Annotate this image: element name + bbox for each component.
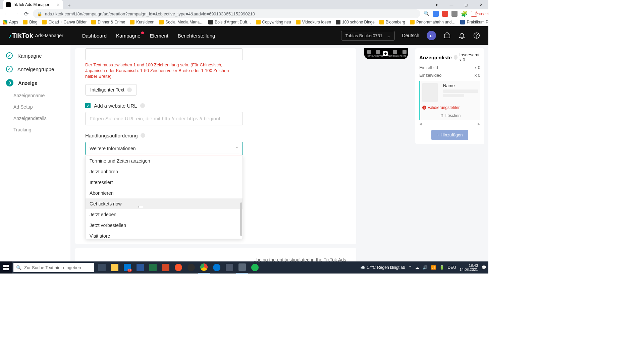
spotify-icon[interactable] — [249, 261, 261, 274]
excel-icon[interactable] — [147, 261, 159, 274]
account-dot[interactable]: ● — [429, 0, 444, 9]
help-icon[interactable] — [473, 32, 480, 39]
zoom-icon[interactable]: 🔍 — [424, 11, 429, 17]
website-url-input[interactable]: Fügen Sie eine URL ein, die mit http:// … — [85, 112, 243, 125]
url-box[interactable]: 🔒 ads.tiktok.com/i18n/campaign/ad/creati… — [33, 9, 420, 18]
word-icon[interactable] — [134, 261, 146, 274]
app-icon[interactable] — [223, 261, 235, 274]
profile-paused-badge[interactable]: Pausiert — [471, 11, 477, 17]
add-ad-button[interactable]: + Hinzufügen — [431, 130, 468, 140]
start-button[interactable] — [0, 261, 12, 274]
bookmark-item[interactable]: Dinner & Crime — [91, 20, 125, 24]
smart-text-button[interactable]: Intelligenter Text — [85, 84, 137, 96]
step-kampagne[interactable]: Kampagne — [0, 49, 70, 62]
volume-icon[interactable]: 🔊 — [423, 265, 428, 270]
ad-preview-item[interactable]: Name !Validierungsfehler 🗑Löschen — [419, 81, 480, 120]
sub-anzeigendetails[interactable]: Anzeigendetails — [0, 113, 70, 124]
phone-nav-bar: Home Discover + Notifications Me — [364, 48, 408, 59]
nav-kampagne[interactable]: Kampagne — [116, 33, 141, 39]
svg-rect-6 — [6, 268, 9, 270]
tiktok-logo[interactable]: ♪TikTokAds-Manager — [8, 32, 63, 40]
reload-button[interactable]: ⟳ — [23, 10, 30, 17]
avatar[interactable]: u — [427, 31, 436, 40]
ext-icon-1[interactable] — [442, 11, 448, 17]
task-view-button[interactable] — [96, 261, 108, 274]
bookmark-item[interactable]: Panoramabahn und… — [410, 20, 455, 24]
taskbar-search[interactable]: 🔍 Zur Suche Text hier eingeben — [13, 263, 94, 272]
forward-button[interactable]: → — [13, 10, 19, 17]
browser-tab[interactable]: TikTok Ads-Manager ✕ — [3, 0, 63, 9]
ad-text-input[interactable] — [85, 48, 243, 60]
cta-dropdown: Termine und Zeiten anzeigen Jetzt anhöre… — [85, 155, 243, 239]
edge-icon[interactable] — [211, 261, 223, 274]
cta-option[interactable]: Termine und Zeiten anzeigen — [86, 156, 243, 166]
bookmark-item[interactable]: Kursideen — [130, 20, 154, 24]
bookmark-item[interactable]: Bloomberg — [379, 20, 405, 24]
sub-ad-setup[interactable]: Ad Setup — [0, 101, 70, 113]
bookmark-item[interactable]: Bois d'Argent Duft… — [208, 20, 251, 24]
obs-icon[interactable] — [185, 261, 197, 274]
close-window-button[interactable]: ✕ — [474, 0, 488, 9]
chevron-down-icon: ⌄ — [387, 33, 390, 38]
powerpoint-icon[interactable] — [160, 261, 172, 274]
language-indicator[interactable]: DEU — [448, 265, 456, 270]
dropdown-scrollbar[interactable] — [240, 202, 242, 236]
bookmarks-bar: Apps Blog Cload + Canva Bilder Dinner & … — [0, 18, 488, 26]
nav-reporting[interactable]: Berichterstellung — [178, 33, 215, 39]
horizontal-scroll[interactable]: ◀▶ — [419, 122, 480, 126]
nav-element[interactable]: Element — [150, 33, 168, 39]
onedrive-icon[interactable]: ☁ — [415, 265, 419, 270]
bookmark-item[interactable]: Blog — [23, 20, 37, 24]
step-anzeige[interactable]: 3Anzeige — [0, 76, 70, 90]
cta-option[interactable]: Interessiert — [86, 177, 243, 188]
bookmark-item[interactable]: 100 schöne Dinge — [336, 20, 375, 24]
bookmark-item[interactable]: Praktikum Projektm… — [460, 20, 488, 24]
extensions-menu-icon[interactable]: 🧩 — [461, 11, 468, 17]
cta-option[interactable]: Jetzt anhören — [86, 166, 243, 177]
cta-option[interactable]: Get tickets now — [86, 198, 243, 209]
cta-option[interactable]: Visit store — [86, 231, 243, 239]
phone-home: Home — [366, 50, 373, 57]
mail-icon[interactable]: 23 — [121, 261, 133, 274]
briefcase-icon[interactable] — [443, 32, 451, 39]
cta-option[interactable]: Jetzt vorbestellen — [86, 220, 243, 231]
chrome-icon[interactable] — [198, 261, 210, 274]
cta-option[interactable]: Jetzt erleben — [86, 209, 243, 220]
add-url-checkbox-row[interactable]: Add a website URL — [85, 103, 343, 109]
notifications-button[interactable]: 💬 — [481, 265, 486, 270]
file-explorer-icon[interactable] — [109, 261, 121, 274]
clock[interactable]: 18:43 14.08.2021 — [460, 263, 478, 272]
close-tab-icon[interactable]: ✕ — [56, 2, 60, 7]
phone-discover: Discover — [373, 50, 383, 57]
battery-icon[interactable]: 🔋 — [439, 265, 444, 270]
bell-icon[interactable] — [458, 32, 466, 39]
check-icon — [6, 52, 13, 59]
cta-select[interactable]: Weitere Informationen ⌃ — [85, 142, 243, 155]
bookmark-item[interactable]: Videokurs Ideen — [296, 20, 331, 24]
sub-tracking[interactable]: Tracking — [0, 124, 70, 135]
wifi-icon[interactable]: 📶 — [431, 265, 436, 270]
new-tab-button[interactable]: + — [65, 1, 73, 9]
weather-widget[interactable]: ☁️ 17°C Regen klingt ab — [360, 265, 405, 270]
minimize-button[interactable]: — — [444, 0, 459, 9]
step-anzeigengruppe[interactable]: Anzeigengruppe — [0, 62, 70, 76]
nav-dashboard[interactable]: Dashboard — [82, 33, 107, 39]
back-button[interactable]: ← — [3, 10, 9, 17]
sub-anzeigenname[interactable]: Anzeigenname — [0, 90, 70, 101]
app-icon[interactable] — [236, 261, 248, 274]
checkbox-checked-icon[interactable] — [85, 103, 91, 108]
maximize-button[interactable]: ▢ — [459, 0, 474, 9]
tray-chevron[interactable]: ⌃ — [409, 265, 412, 270]
account-selector[interactable]: Tobias Becker0731⌄ — [341, 31, 395, 41]
gtranslate-icon[interactable] — [433, 11, 439, 17]
delete-ad-button[interactable]: 🗑Löschen — [422, 113, 478, 118]
kebab-menu-icon[interactable]: ⋮ — [480, 11, 486, 17]
ext-icon-2[interactable] — [451, 11, 458, 17]
cta-option[interactable]: Abonnieren — [86, 188, 243, 198]
bookmark-item[interactable]: Copywriting neu — [256, 20, 291, 24]
brave-icon[interactable] — [172, 261, 184, 274]
apps-shortcut[interactable]: Apps — [3, 20, 18, 24]
bookmark-item[interactable]: Cload + Canva Bilder — [42, 20, 87, 24]
language-switch[interactable]: Deutsch — [402, 33, 419, 38]
bookmark-item[interactable]: Social Media Mana… — [159, 20, 204, 24]
